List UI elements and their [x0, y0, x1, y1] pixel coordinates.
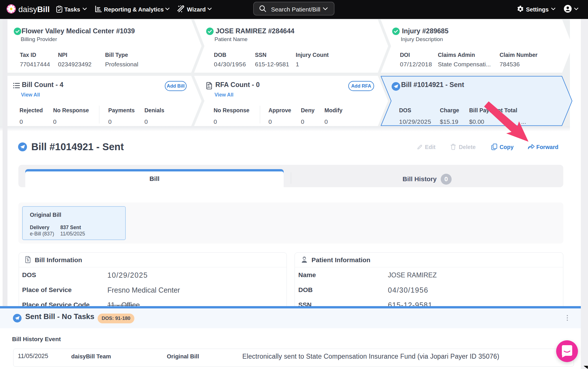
svg-text:$: $: [27, 258, 29, 262]
